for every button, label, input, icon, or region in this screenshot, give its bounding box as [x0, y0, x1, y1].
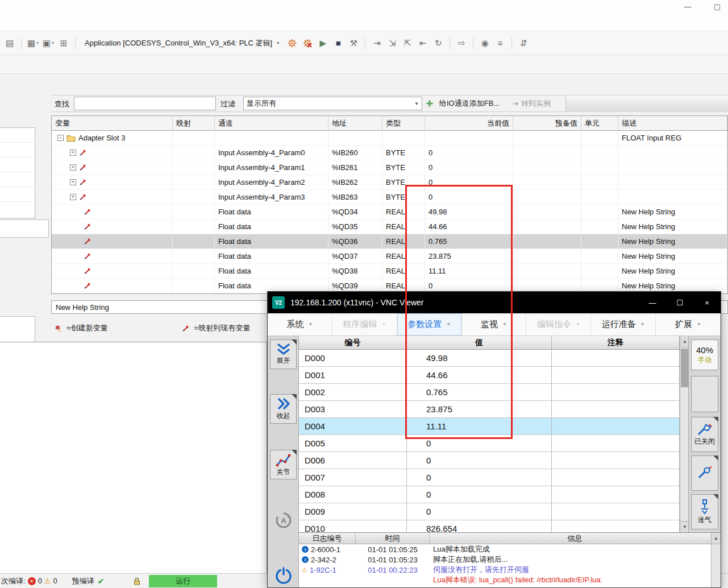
param-id-cell: D010: [299, 520, 407, 532]
menu-monitor[interactable]: 监视▼: [462, 313, 527, 336]
tree-collapse-icon[interactable]: −: [57, 135, 64, 141]
expand-button-label: 展开: [277, 356, 290, 366]
parameter-row[interactable]: D00323.875: [299, 401, 680, 418]
blank-tile[interactable]: [691, 376, 718, 412]
vnc-minimize-button[interactable]: —: [639, 292, 666, 313]
filter-dropdown[interactable]: 显示所有 ▼: [243, 97, 422, 110]
parameter-row[interactable]: D0070: [299, 469, 680, 486]
mapping-row[interactable]: Float data%QD37REAL23.875New Help String: [52, 249, 727, 264]
logout-gear-icon[interactable]: [301, 37, 314, 49]
menu-run-prepare[interactable]: 运行准备▼: [591, 313, 656, 336]
menu-extend[interactable]: 扩展▼: [656, 313, 721, 336]
add-icon: [426, 100, 433, 107]
mapping-row[interactable]: Float data%QD36REAL0.765New Help String: [52, 234, 727, 249]
air-supply-button[interactable]: 送气: [691, 494, 718, 529]
device-schedule-icon[interactable]: ⊞: [57, 37, 70, 49]
mapping-row[interactable]: +Input Assembly-4_Param3%IB263BYTE0: [52, 190, 727, 205]
run-button[interactable]: 运行: [149, 575, 217, 587]
warning-icon: ⚠: [44, 577, 51, 585]
show-next-statement-icon[interactable]: ⇨: [455, 37, 468, 49]
joint-button[interactable]: 关节: [270, 450, 297, 479]
speed-indicator[interactable]: 40% 手动: [691, 339, 718, 370]
param-comment-cell: [552, 367, 680, 384]
expand-button[interactable]: 展开: [270, 339, 297, 369]
legend-map-existing: =映射到现有变量: [182, 323, 251, 333]
parameter-row[interactable]: D010826.654: [299, 520, 680, 532]
log-row[interactable]: i2-6000-101-01 01:05:25Lua脚本加载完成: [299, 544, 721, 554]
scrollbar-thumb[interactable]: [681, 349, 689, 387]
mapping-row[interactable]: Float data%QD38REAL11.11New Help String: [52, 264, 727, 279]
column-header: 当前值: [425, 116, 513, 130]
tree-expand-icon[interactable]: +: [70, 194, 76, 200]
column-header: 地址: [328, 116, 382, 130]
log-row[interactable]: i2-342-201-01 01:05:23脚本正在加载,请稍后...: [299, 554, 721, 565]
mapping-group-row[interactable]: −Adapter Slot 3FLOAT Input REG: [52, 131, 727, 146]
create-variable-icon: [54, 325, 61, 332]
address-cell: %QD36: [328, 234, 382, 249]
add-fb-button[interactable]: 给IO通道添加FB...: [426, 98, 500, 109]
application-selector[interactable]: Application [CODESYS_Control_Win_V3_x64:…: [80, 36, 284, 50]
tree-expand-icon[interactable]: +: [70, 150, 76, 156]
parameter-row[interactable]: D0060: [299, 452, 680, 469]
menu-param-settings[interactable]: 参数设置▼: [397, 313, 462, 336]
parameter-row[interactable]: D0020.765: [299, 384, 680, 401]
log-scrollbar[interactable]: ▲: [711, 533, 721, 587]
parameter-row[interactable]: D00144.66: [299, 367, 680, 384]
parameter-row[interactable]: D0090: [299, 503, 680, 520]
parameter-row[interactable]: D00411.11: [299, 418, 680, 435]
maximize-button[interactable]: ▢: [709, 1, 726, 13]
type-cell: REAL: [382, 264, 425, 279]
vnc-titlebar[interactable]: V2 192.168.1.200 (x11vnc) - VNC Viewer —…: [268, 292, 721, 313]
run-to-cursor-icon[interactable]: ⇤: [417, 37, 429, 49]
tool-button[interactable]: [691, 456, 718, 491]
collapse-button[interactable]: 收起: [270, 394, 297, 424]
library-manager-icon[interactable]: ▦▾: [27, 37, 39, 49]
toggle-breakpoint-icon[interactable]: ◉: [479, 37, 491, 49]
column-header: 注释: [552, 336, 680, 349]
expand-icon: [276, 343, 291, 355]
minimize-button[interactable]: —: [679, 1, 696, 13]
paste-icon[interactable]: ▤: [3, 37, 16, 49]
param-id-cell: D001: [299, 367, 407, 384]
vnc-close-button[interactable]: ×: [693, 292, 721, 313]
sync-icon: A: [274, 511, 293, 530]
new-object-icon[interactable]: ▣▾: [42, 37, 55, 49]
reset-icon[interactable]: ↻: [432, 37, 444, 49]
step-out-icon[interactable]: ⇱: [401, 37, 414, 49]
log-row[interactable]: Lua脚本错误: lua_pcall() failed: /rbctrl/lua…: [299, 575, 721, 585]
singlecycle-icon[interactable]: ⚒: [347, 37, 360, 49]
power-button[interactable]: [270, 562, 297, 588]
vnc-log-panel: 日志编号时间信息 i2-6000-101-01 01:05:25Lua脚本加载完…: [299, 532, 721, 587]
mapping-row[interactable]: Float data%QD34REAL49.98New Help String: [52, 205, 727, 220]
tool-closed-button[interactable]: 已关闭: [691, 417, 718, 452]
codesys-titlebar: —▢: [0, 0, 728, 31]
scroll-up-icon[interactable]: ▲: [712, 533, 721, 544]
chevron-down-icon: ▼: [697, 322, 701, 327]
parameter-row[interactable]: D0050: [299, 435, 680, 452]
menu-system[interactable]: 系统▼: [268, 313, 332, 336]
tree-expand-icon[interactable]: +: [70, 179, 76, 185]
mapping-row[interactable]: Float data%QD35REAL44.66New Help String: [52, 220, 727, 234]
vnc-maximize-button[interactable]: ☐: [666, 292, 693, 313]
goto-instance-button[interactable]: ⇥ 转到实例: [513, 98, 551, 109]
check-icon: ✔: [98, 577, 105, 586]
toolbar-separator: [75, 38, 76, 49]
tree-expand-icon[interactable]: +: [70, 164, 76, 171]
step-into-icon[interactable]: ⇲: [386, 37, 398, 49]
mapping-row[interactable]: +Input Assembly-4_Param1%IB261BYTE0: [52, 160, 727, 175]
param-id-cell: D000: [299, 350, 407, 367]
find-input[interactable]: [74, 97, 216, 110]
parameter-row[interactable]: D00049.98: [299, 350, 680, 367]
mapping-row[interactable]: +Input Assembly-4_Param0%IB260BYTE0: [52, 146, 727, 160]
stop-icon[interactable]: ■: [332, 37, 344, 49]
chevron-down-icon: ▼: [640, 322, 645, 327]
sync-button[interactable]: A: [270, 506, 297, 535]
callstack-icon[interactable]: ≡: [494, 37, 506, 49]
log-row[interactable]: ⚠1-92C-101-01 00:22:23伺服没有打开，请先打开伺服: [299, 565, 721, 575]
mapping-row[interactable]: +Input Assembly-4_Param2%IB262BYTE0: [52, 175, 727, 190]
step-over-icon[interactable]: ⇥: [371, 37, 383, 49]
start-icon[interactable]: ▶: [317, 37, 329, 49]
login-gear-icon[interactable]: [286, 37, 298, 49]
parameter-row[interactable]: D0080: [299, 486, 680, 503]
flow-control-icon[interactable]: ⇵: [517, 37, 530, 49]
